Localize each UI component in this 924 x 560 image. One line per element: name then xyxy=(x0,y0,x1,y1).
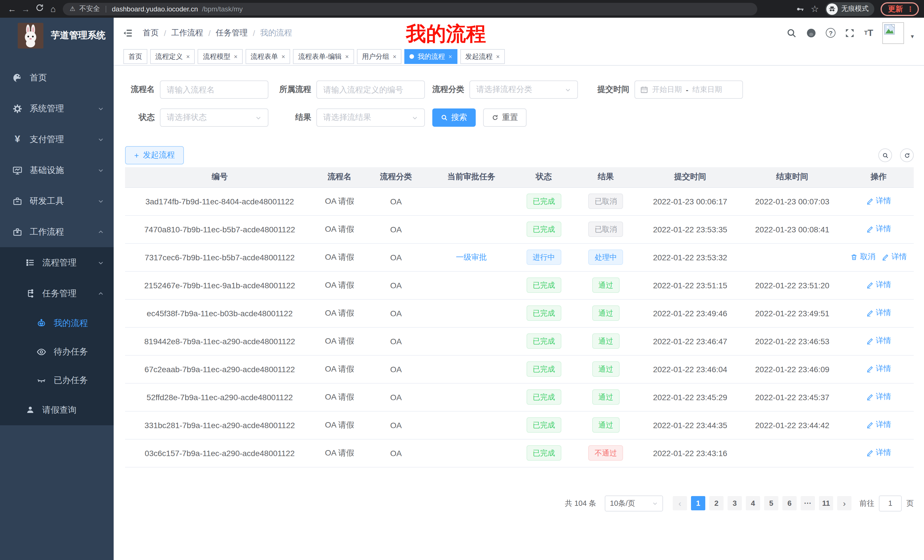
sidebar-item-my-process[interactable]: 我的流程 xyxy=(0,309,114,337)
detail-link[interactable]: 详情 xyxy=(866,336,891,346)
detail-link[interactable]: 详情 xyxy=(866,308,891,318)
browser-home-icon[interactable]: ⌂ xyxy=(46,0,60,18)
close-icon[interactable]: × xyxy=(345,53,349,60)
fullscreen-icon[interactable] xyxy=(844,28,855,38)
cell-id: 67c2eaab-7b9a-11ec-a290-acde48001122 xyxy=(125,355,314,383)
page-size-select[interactable]: 10条/页 xyxy=(605,495,663,511)
total-count: 共 104 条 xyxy=(565,498,596,508)
security-label[interactable]: 不安全 xyxy=(80,4,100,14)
sidebar-item-infra[interactable]: 基础设施 xyxy=(0,155,114,186)
chevron-down-icon xyxy=(255,114,261,121)
address-bar[interactable]: ⚠ 不安全 dashboard.yudao.iocoder.cn/bpm/tas… xyxy=(63,3,757,15)
font-size-icon[interactable]: TT xyxy=(864,28,873,37)
security-warning-icon: ⚠ xyxy=(70,5,75,13)
browser-reload-icon[interactable] xyxy=(33,0,46,18)
close-icon[interactable]: × xyxy=(448,53,452,60)
start-process-button[interactable]: + 发起流程 xyxy=(125,146,184,165)
close-icon[interactable]: × xyxy=(186,53,190,60)
tab-start-process[interactable]: 发起流程× xyxy=(460,49,505,64)
tab-process-form[interactable]: 流程表单× xyxy=(246,49,290,64)
breadcrumb-workflow[interactable]: 工作流程 xyxy=(171,28,203,38)
sidebar-item-pay[interactable]: ¥ 支付管理 xyxy=(0,124,114,155)
sidebar-item-task-management[interactable]: 任务管理 xyxy=(0,278,114,309)
tab-process-model[interactable]: 流程模型× xyxy=(198,49,243,64)
sidebar-item-done-tasks[interactable]: 已办任务 xyxy=(0,366,114,394)
table-row: ec45f38f-7b9a-11ec-b03b-acde48001122 OA … xyxy=(125,299,914,327)
reset-button[interactable]: 重置 xyxy=(483,108,526,127)
password-key-icon[interactable] xyxy=(795,4,804,13)
sidebar-item-leave-query[interactable]: 请假查询 xyxy=(0,394,114,425)
search-icon[interactable] xyxy=(786,28,796,38)
sidebar-item-devtools[interactable]: 研发工具 xyxy=(0,186,114,216)
filter-status-label: 状态 xyxy=(125,112,155,123)
breadcrumb-task-management[interactable]: 任务管理 xyxy=(216,28,248,38)
date-range-picker[interactable]: 开始日期 - 结束日期 xyxy=(634,81,743,99)
goto-page-input[interactable] xyxy=(879,495,902,511)
robot-icon xyxy=(36,318,46,328)
show-search-toggle-button[interactable] xyxy=(878,148,892,162)
monitor-icon xyxy=(13,165,22,175)
page-button[interactable]: 1 xyxy=(691,496,705,511)
detail-link[interactable]: 详情 xyxy=(866,392,891,402)
sidebar-item-home[interactable]: 首页 xyxy=(0,62,114,93)
detail-link[interactable]: 详情 xyxy=(882,252,907,262)
tree-branch-icon xyxy=(25,289,35,298)
process-name-input[interactable] xyxy=(160,81,268,99)
github-icon[interactable] xyxy=(806,27,817,38)
status-select[interactable]: 请选择状态 xyxy=(160,108,268,127)
tab-process-definition[interactable]: 流程定义× xyxy=(150,49,195,64)
tab-user-group[interactable]: 用户分组× xyxy=(357,49,402,64)
detail-link[interactable]: 详情 xyxy=(866,364,891,374)
close-icon[interactable]: × xyxy=(393,53,397,60)
tab-home[interactable]: 首页 xyxy=(123,49,147,64)
logo-row[interactable]: 芋道管理系统 xyxy=(0,18,114,53)
table-row: 7317cec6-7b9b-11ec-b5b7-acde48001122 OA … xyxy=(125,243,914,271)
next-page-button[interactable]: › xyxy=(837,496,852,511)
browser-menu-icon[interactable]: ⋮ xyxy=(907,5,914,13)
close-icon[interactable]: × xyxy=(496,53,500,60)
cancel-link[interactable]: 取消 xyxy=(850,252,876,262)
avatar-caret-icon[interactable]: ▼ xyxy=(910,33,915,39)
breadcrumb-home[interactable]: 首页 xyxy=(143,28,159,38)
category-select[interactable]: 请选择流程分类 xyxy=(470,81,578,99)
col-current-task: 当前审批任务 xyxy=(427,167,515,187)
avatar[interactable] xyxy=(882,22,904,44)
tab-my-process[interactable]: 我的流程× xyxy=(404,49,457,64)
result-select[interactable]: 请选择流结果 xyxy=(316,108,425,127)
filter-name-label: 流程名 xyxy=(125,84,155,95)
sidebar-item-workflow[interactable]: 工作流程 xyxy=(0,216,114,247)
page-button[interactable]: 11 xyxy=(819,496,833,511)
browser-back-icon[interactable]: ← xyxy=(5,0,19,18)
page-button[interactable]: 5 xyxy=(764,496,778,511)
bookmark-star-icon[interactable]: ☆ xyxy=(811,3,819,14)
sidebar-item-system[interactable]: 系统管理 xyxy=(0,93,114,124)
sidebar-fold-icon[interactable] xyxy=(123,28,133,38)
detail-link[interactable]: 详情 xyxy=(866,196,891,207)
col-result: 结果 xyxy=(572,167,639,187)
detail-link[interactable]: 详情 xyxy=(866,420,891,430)
tab-process-form-edit[interactable]: 流程表单-编辑× xyxy=(293,49,354,64)
close-icon[interactable]: × xyxy=(234,53,238,60)
help-icon[interactable]: ? xyxy=(826,28,836,38)
prev-page-button[interactable]: ‹ xyxy=(673,496,687,511)
search-button[interactable]: 搜索 xyxy=(432,108,476,127)
process-definition-input[interactable] xyxy=(316,81,425,99)
page-button[interactable]: 6 xyxy=(782,496,796,511)
page-button[interactable]: ··· xyxy=(801,496,815,511)
browser-forward-icon[interactable]: → xyxy=(19,0,33,18)
close-icon[interactable]: × xyxy=(282,53,285,60)
detail-link[interactable]: 详情 xyxy=(866,280,891,290)
detail-link[interactable]: 详情 xyxy=(866,448,891,458)
cell-category: OA xyxy=(365,271,427,299)
browser-update-button[interactable]: 更新 ⋮ xyxy=(880,2,919,16)
detail-link[interactable]: 详情 xyxy=(866,224,891,234)
sidebar-item-todo-tasks[interactable]: 待办任务 xyxy=(0,337,114,366)
page-button[interactable]: 3 xyxy=(728,496,742,511)
status-badge: 已完成 xyxy=(526,333,561,349)
page-button[interactable]: 2 xyxy=(709,496,723,511)
sidebar-item-process-management[interactable]: 流程管理 xyxy=(0,247,114,278)
page-button[interactable]: 4 xyxy=(746,496,760,511)
trash-icon xyxy=(850,253,858,261)
current-task-link[interactable]: 一级审批 xyxy=(456,252,486,262)
refresh-table-button[interactable] xyxy=(900,148,914,162)
